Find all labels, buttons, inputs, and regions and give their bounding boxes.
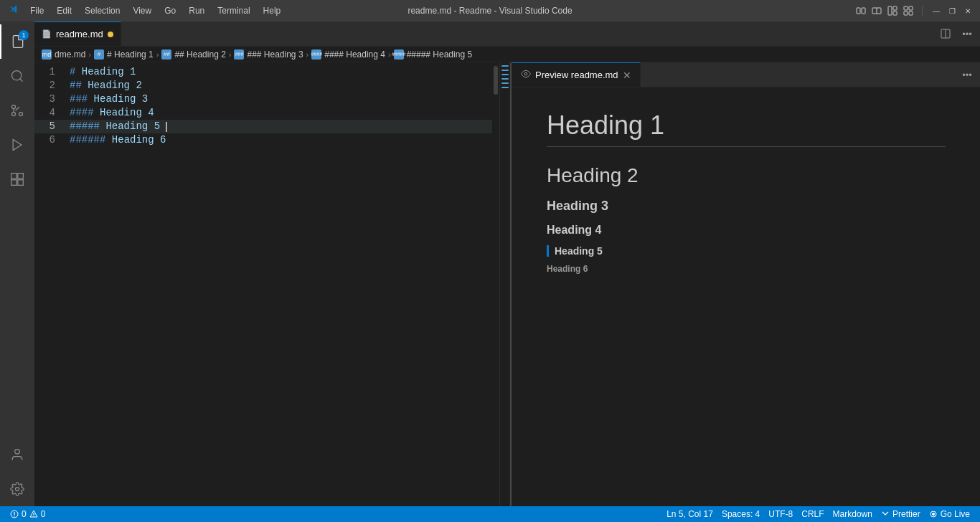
preview-h2: Heading 2: [547, 164, 946, 187]
status-prettier-label: Prettier: [892, 509, 920, 519]
svg-rect-9: [904, 11, 908, 15]
minimap-line-2: [501, 70, 509, 71]
status-line-col: Ln 5, Col 17: [666, 509, 713, 519]
hash-3: ###: [70, 93, 88, 105]
minimize-button[interactable]: —: [931, 6, 941, 16]
status-language-label: Markdown: [833, 509, 872, 519]
code-editor-pane[interactable]: 1 # Heading 1 2 ## Heading 2 3 ### Headi…: [34, 62, 509, 506]
explorer-badge: 1: [19, 30, 29, 40]
activity-account[interactable]: [0, 437, 34, 472]
menu-help[interactable]: Help: [258, 4, 287, 17]
line-content-3: ### Heading 3: [67, 92, 509, 106]
line-content-5: ##### Heading 5: [67, 120, 509, 133]
svg-rect-18: [18, 174, 24, 179]
minimap-line-5: [501, 82, 509, 84]
preview-more-actions[interactable]: •••: [957, 65, 977, 85]
editor-tab-bar: 📄 readme.md •••: [34, 22, 980, 47]
split-editor-button[interactable]: [936, 24, 956, 44]
code-line-4: 4 #### Heading 4: [34, 106, 509, 120]
activity-bottom: [0, 437, 34, 506]
preview-tab[interactable]: Preview readme.md ✕: [512, 62, 641, 87]
breadcrumb-h1-label: # Heading 1: [107, 49, 154, 60]
menu-view[interactable]: View: [127, 4, 157, 17]
activity-settings[interactable]: [0, 472, 34, 506]
hash-4: ####: [70, 107, 94, 118]
svg-point-14: [12, 105, 16, 109]
status-encoding[interactable]: UTF-8: [764, 509, 797, 519]
code-line-5: 5 ##### Heading 5: [34, 120, 509, 133]
layout-icon-4[interactable]: [903, 6, 913, 16]
menu-go[interactable]: Go: [159, 4, 182, 17]
extensions-icon: [10, 172, 24, 186]
svg-rect-1: [862, 8, 865, 14]
breadcrumb-h2-label: ## Heading 2: [174, 49, 225, 60]
svg-rect-6: [893, 11, 897, 15]
status-position[interactable]: Ln 5, Col 17: [662, 509, 717, 519]
breadcrumb-h5[interactable]: ##### ##### Heading 5: [394, 49, 472, 60]
code-editor[interactable]: 1 # Heading 1 2 ## Heading 2 3 ### Headi…: [34, 62, 509, 506]
editor-divider[interactable]: [509, 62, 512, 506]
activity-debug[interactable]: [0, 128, 34, 162]
layout-icon-2[interactable]: [872, 6, 882, 16]
layout-icon-1[interactable]: [856, 6, 866, 16]
modified-indicator: [108, 32, 113, 37]
svg-rect-4: [888, 6, 892, 15]
tab-actions: •••: [936, 22, 980, 46]
svg-rect-0: [857, 8, 860, 14]
breadcrumb-h3-label: ### Heading 3: [247, 49, 303, 60]
breadcrumb-h4[interactable]: #### #### Heading 4: [311, 49, 385, 60]
minimap-line-3: [501, 74, 509, 75]
breadcrumb-h1[interactable]: # # Heading 1: [94, 49, 154, 60]
menu-terminal[interactable]: Terminal: [212, 4, 255, 17]
breadcrumb-h2[interactable]: ## ## Heading 2: [161, 49, 225, 60]
minimap: [499, 62, 509, 506]
activity-git[interactable]: [0, 93, 34, 128]
breadcrumb-h2-icon: ##: [161, 49, 171, 60]
minimap-line-1: [501, 65, 509, 67]
menu-edit[interactable]: Edit: [51, 4, 77, 17]
preview-h6: Heading 6: [547, 264, 946, 274]
maximize-button[interactable]: ❐: [947, 6, 957, 16]
activity-extensions[interactable]: [0, 162, 34, 196]
preview-tab-close[interactable]: ✕: [623, 70, 631, 81]
status-errors[interactable]: 0 0: [6, 506, 50, 522]
more-actions-button[interactable]: •••: [957, 24, 977, 44]
activity-explorer[interactable]: 1: [0, 24, 34, 59]
status-language[interactable]: Markdown: [829, 509, 877, 519]
preview-tab-actions: •••: [957, 62, 980, 87]
menu-file[interactable]: File: [24, 4, 50, 17]
minimap-line-4: [501, 78, 509, 80]
editor-scrollbar[interactable]: [492, 62, 499, 506]
svg-point-13: [19, 113, 23, 116]
breadcrumb-h3[interactable]: ### ### Heading 3: [234, 49, 303, 60]
line-num-1: 1: [34, 65, 67, 79]
svg-point-25: [524, 72, 527, 75]
menu-selection[interactable]: Selection: [79, 4, 126, 17]
prettier-icon: [881, 510, 890, 518]
code-line-2: 2 ## Heading 2: [34, 79, 509, 92]
status-line-ending-label: CRLF: [801, 509, 824, 519]
breadcrumb-sep-1: ›: [88, 50, 91, 59]
breadcrumb-sep-5: ›: [388, 50, 391, 59]
status-line-ending[interactable]: CRLF: [797, 509, 828, 519]
status-go-live[interactable]: Go Live: [925, 509, 974, 519]
activity-search[interactable]: [0, 59, 34, 93]
menu-run[interactable]: Run: [183, 4, 210, 17]
file-icon: 📄: [42, 29, 52, 39]
status-go-live-label: Go Live: [941, 509, 970, 519]
status-prettier[interactable]: Prettier: [877, 509, 925, 519]
breadcrumb-h4-label: #### Heading 4: [324, 49, 385, 60]
breadcrumb-file[interactable]: md dme.md: [42, 49, 85, 60]
status-spaces[interactable]: Spaces: 4: [717, 509, 764, 519]
minimap-line-6: [501, 87, 509, 88]
svg-rect-17: [11, 174, 17, 179]
layout-icon-3[interactable]: [887, 6, 897, 16]
hash-6: ######: [70, 134, 105, 146]
editor-tab-label: readme.md: [56, 29, 103, 39]
editor-tab-readme[interactable]: 📄 readme.md: [34, 22, 121, 46]
close-button[interactable]: ✕: [963, 6, 973, 16]
preview-h3: Heading 3: [547, 199, 946, 214]
line-num-2: 2: [34, 79, 67, 92]
scroll-thumb[interactable]: [494, 66, 498, 95]
svg-rect-5: [893, 6, 897, 10]
